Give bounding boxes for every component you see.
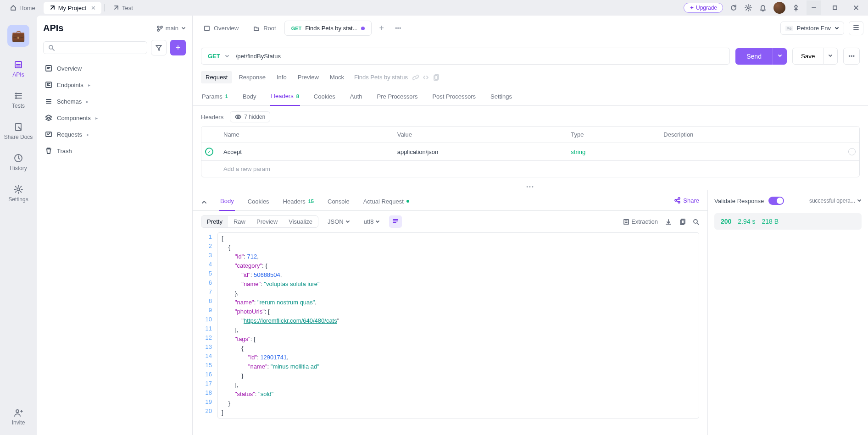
tree-requests[interactable]: Requests ▸: [43, 128, 186, 141]
endpoint-name: Finds Pets by status: [354, 74, 408, 81]
param-tab-auth[interactable]: Auth: [349, 89, 363, 105]
param-tab-settings[interactable]: Settings: [490, 89, 513, 105]
wrap-toggle[interactable]: [389, 215, 402, 228]
doc-tab-endpoint[interactable]: GET Finds Pets by stat...: [284, 21, 372, 36]
chevron-down-icon[interactable]: [201, 199, 207, 205]
subtab-preview[interactable]: Preview: [293, 71, 323, 83]
seg-raw[interactable]: Raw: [228, 216, 251, 227]
window-tab-home[interactable]: Home: [5, 2, 41, 14]
seg-visualize[interactable]: Visualize: [283, 216, 318, 227]
bell-icon[interactable]: [759, 4, 767, 12]
subtab-response[interactable]: Response: [234, 71, 270, 83]
nav-invite[interactable]: Invite: [12, 407, 25, 426]
new-tab-button[interactable]: +: [373, 23, 389, 33]
tree-components[interactable]: Components ▸: [43, 111, 186, 124]
resp-tab-body[interactable]: Body: [219, 194, 235, 211]
nav-apis[interactable]: APIs: [12, 60, 24, 78]
add-param-row[interactable]: Add a new param: [201, 161, 859, 177]
seg-preview[interactable]: Preview: [251, 216, 283, 227]
header-row[interactable]: ✓ Accept application/json string −: [201, 143, 859, 161]
nav-history[interactable]: History: [10, 153, 27, 171]
pin-icon[interactable]: [792, 4, 800, 12]
svg-rect-1: [833, 6, 837, 10]
window-tab-project[interactable]: My Project ✕: [44, 2, 101, 14]
url-input[interactable]: /pet/findByStatus: [230, 48, 730, 65]
svg-rect-14: [46, 66, 51, 71]
param-tab-cookies[interactable]: Cookies: [313, 89, 336, 105]
window-tab-test[interactable]: Test: [107, 2, 139, 14]
response-body[interactable]: 1 2 3 4 5 6 7 8 9 10 11 12 13 14 15 16 1…: [193, 232, 707, 427]
operation-dropdown[interactable]: successful opera...: [809, 198, 862, 204]
close-icon[interactable]: ✕: [91, 5, 96, 11]
subtab-request[interactable]: Request: [201, 71, 232, 83]
env-selector[interactable]: Pe Petstore Env: [780, 22, 844, 35]
hidden-headers-toggle[interactable]: 7 hidden: [230, 111, 270, 122]
param-tab-params[interactable]: Params1: [201, 89, 229, 105]
window-minimize[interactable]: [807, 0, 821, 15]
resp-tab-cookies[interactable]: Cookies: [247, 194, 270, 210]
panel-toggle[interactable]: [849, 21, 863, 35]
chevron-right-icon: ▸: [95, 116, 98, 121]
search-icon[interactable]: [693, 219, 699, 225]
param-tab-post[interactable]: Post Processors: [431, 89, 477, 105]
param-tab-pre[interactable]: Pre Processors: [376, 89, 419, 105]
subtab-mock[interactable]: Mock: [325, 71, 349, 83]
resp-tab-actual[interactable]: Actual Request: [362, 194, 410, 210]
nav-settings[interactable]: Settings: [8, 184, 28, 203]
resp-tab-console[interactable]: Console: [327, 194, 351, 210]
request-more[interactable]: •••: [843, 48, 860, 65]
response-status: 200 2.94 s 218 B: [714, 213, 862, 230]
tab-more-button[interactable]: •••: [391, 25, 405, 32]
save-dropdown[interactable]: [823, 48, 838, 65]
doc-tab-overview[interactable]: Overview: [197, 21, 245, 35]
send-dropdown[interactable]: [773, 48, 787, 65]
nav-rail: 💼 APIs Tests Share Docs History Settings…: [0, 16, 37, 435]
resp-tab-headers[interactable]: Headers15: [282, 194, 315, 210]
upgrade-button[interactable]: ✦Upgrade: [684, 3, 723, 13]
copy-icon[interactable]: [679, 219, 685, 225]
gear-icon[interactable]: [744, 4, 752, 12]
copy-icon[interactable]: [433, 74, 439, 81]
param-tab-body[interactable]: Body: [242, 89, 257, 105]
doc-tab-root[interactable]: Root: [247, 21, 282, 35]
window-close[interactable]: [849, 0, 863, 15]
svg-point-9: [16, 410, 19, 413]
window-maximize[interactable]: [828, 0, 842, 15]
extraction-button[interactable]: Extraction: [623, 218, 658, 225]
workspace-logo[interactable]: 💼: [7, 25, 29, 47]
window-tabs: Home My Project ✕ Test: [5, 2, 684, 14]
encoding-dropdown[interactable]: utf8: [359, 216, 385, 227]
avatar[interactable]: [773, 2, 785, 14]
status-size: 218 B: [762, 218, 779, 225]
seg-pretty[interactable]: Pretty: [201, 216, 228, 227]
format-dropdown[interactable]: JSON: [323, 216, 355, 227]
chevron-down-icon: [828, 54, 833, 58]
folder-icon: [253, 25, 260, 32]
sidebar-tree: Overview Endpoints ▸ Schemas ▸ Component…: [43, 62, 186, 157]
remove-icon[interactable]: −: [848, 148, 856, 155]
tree-overview[interactable]: Overview: [43, 62, 186, 75]
nav-share-docs[interactable]: Share Docs: [4, 122, 33, 140]
send-button[interactable]: Send: [735, 48, 773, 65]
nav-tests[interactable]: Tests: [12, 91, 25, 109]
param-tab-headers[interactable]: Headers8: [270, 89, 300, 106]
share-button[interactable]: Share: [674, 197, 699, 208]
link-icon[interactable]: [412, 74, 419, 81]
subtab-info[interactable]: Info: [272, 71, 291, 83]
tree-endpoints[interactable]: Endpoints ▸: [43, 78, 186, 91]
chevron-down-icon: [225, 54, 229, 59]
branch-selector[interactable]: main: [156, 25, 186, 32]
check-icon[interactable]: ✓: [205, 148, 213, 156]
filter-button[interactable]: [151, 40, 167, 55]
save-button[interactable]: Save: [792, 48, 823, 65]
tree-trash[interactable]: Trash: [43, 144, 186, 157]
share-icon: [674, 197, 680, 204]
code-icon[interactable]: [423, 74, 429, 81]
download-icon[interactable]: [665, 219, 672, 225]
search-input[interactable]: [43, 41, 147, 54]
horizontal-splitter[interactable]: •••: [193, 183, 868, 190]
add-button[interactable]: +: [170, 40, 186, 55]
refresh-icon[interactable]: [729, 4, 738, 12]
tree-schemas[interactable]: Schemas ▸: [43, 95, 186, 108]
validate-toggle[interactable]: [768, 197, 784, 205]
